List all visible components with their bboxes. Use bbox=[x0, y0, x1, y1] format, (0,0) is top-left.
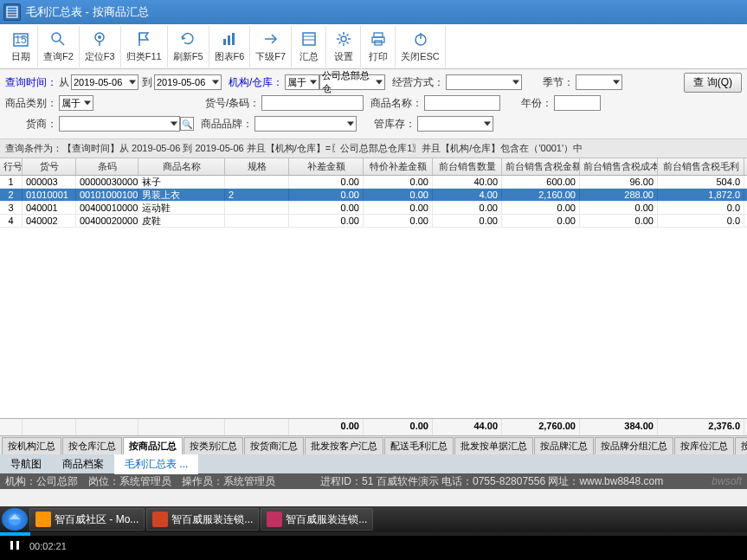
refresh-button[interactable]: 刷新F5 bbox=[168, 26, 209, 68]
taskbar-firefox[interactable]: 智百威社区 - Mo... bbox=[29, 508, 145, 531]
cell: 040001 bbox=[23, 202, 76, 214]
col-header[interactable]: 补差金额 bbox=[289, 158, 364, 175]
org-op-select[interactable]: 属于 bbox=[285, 74, 319, 90]
col-header[interactable]: 规格 bbox=[225, 158, 289, 175]
nav-tab[interactable]: 商品档案 bbox=[52, 454, 114, 474]
locate-button[interactable]: 定位F3 bbox=[80, 26, 121, 68]
window-titlebar: 毛利汇总表 - 按商品汇总 bbox=[0, 0, 747, 24]
search-icon bbox=[48, 29, 68, 48]
prodname-input[interactable] bbox=[424, 95, 500, 111]
list-icon bbox=[299, 29, 319, 48]
date-button[interactable]: 15日期 bbox=[3, 26, 38, 68]
toolbar-label: 归类F11 bbox=[126, 50, 162, 63]
date-to-input[interactable]: 2019-05-06 bbox=[154, 74, 222, 90]
cell: 040002 bbox=[23, 215, 76, 227]
col-header[interactable]: 前台销售数量 bbox=[433, 158, 502, 175]
col-header[interactable]: 前台销售含税成本 bbox=[580, 158, 658, 175]
summary-button[interactable]: 汇总 bbox=[292, 26, 326, 68]
cell: 0.00 bbox=[364, 176, 433, 188]
video-progress-track[interactable] bbox=[0, 532, 747, 536]
toolbar-label: 图表F6 bbox=[215, 50, 245, 63]
summary-tab[interactable]: 按日期汇总 bbox=[735, 437, 747, 454]
svg-rect-21 bbox=[374, 33, 383, 37]
summary-tab[interactable]: 批发按客户汇总 bbox=[305, 437, 383, 454]
table-row[interactable]: 30400010040001000005运动鞋0.000.000.000.000… bbox=[0, 202, 747, 215]
summary-tab[interactable]: 批发按单据汇总 bbox=[454, 437, 533, 454]
date-from-input[interactable]: 2019-05-06 bbox=[71, 74, 138, 90]
summary-tab[interactable]: 按机构汇总 bbox=[2, 437, 61, 454]
pause-icon[interactable] bbox=[9, 539, 21, 554]
svg-rect-17 bbox=[303, 33, 315, 45]
classify-button[interactable]: 归类F11 bbox=[121, 26, 168, 68]
label-stock: 管库存： bbox=[374, 117, 415, 132]
powerpoint-icon bbox=[152, 512, 168, 527]
col-header[interactable]: 条码 bbox=[76, 158, 138, 175]
vendor-search-icon[interactable]: 🔍 bbox=[180, 117, 194, 131]
nav-tab[interactable]: 导航图 bbox=[0, 454, 52, 474]
org-select[interactable]: 公司总部总仓 bbox=[319, 74, 385, 90]
col-header[interactable]: 行号 bbox=[0, 158, 23, 175]
brand-select[interactable] bbox=[254, 116, 357, 132]
grid-header: 行号货号条码商品名称规格补差金额特价补差金额前台销售数量前台销售含税金额前台销售… bbox=[0, 158, 747, 176]
chart-button[interactable]: 图表F6 bbox=[209, 26, 251, 68]
next-button[interactable]: 下级F7 bbox=[250, 26, 292, 68]
cell: 运动鞋 bbox=[138, 202, 225, 214]
year-input[interactable] bbox=[554, 95, 601, 111]
summary-tab[interactable]: 配送毛利汇总 bbox=[384, 437, 454, 454]
start-button[interactable] bbox=[2, 508, 28, 531]
col-header[interactable]: 商品名称 bbox=[138, 158, 225, 175]
grid-body: 10000030000003000007袜子0.000.0040.00600.0… bbox=[0, 176, 747, 228]
nav-tab[interactable]: 毛利汇总表 ... bbox=[114, 454, 198, 474]
cell: 01010001 bbox=[23, 189, 76, 201]
table-row[interactable]: 2010100010010100010007男装上衣20.000.004.002… bbox=[0, 189, 747, 202]
data-grid: 行号货号条码商品名称规格补差金额特价补差金额前台销售数量前台销售含税金额前台销售… bbox=[0, 158, 747, 435]
settings-button[interactable]: 设置 bbox=[326, 26, 361, 68]
season-select[interactable] bbox=[576, 74, 622, 90]
cell: 0.0 bbox=[658, 202, 744, 214]
cell: 2 bbox=[0, 189, 23, 201]
vendor-select[interactable] bbox=[59, 116, 180, 132]
cell: 0.00 bbox=[364, 215, 433, 227]
cat-op-select[interactable]: 属于 bbox=[59, 95, 93, 111]
grid-totals: 0.000.0044.002,760.00384.002,376.0 bbox=[0, 418, 747, 435]
summary-tab[interactable]: 按库位汇总 bbox=[674, 437, 734, 454]
svg-rect-14 bbox=[228, 35, 230, 45]
run-query-button[interactable]: 查 询(Q) bbox=[684, 73, 742, 93]
chart-icon bbox=[220, 29, 239, 48]
query-button[interactable]: 查询F2 bbox=[38, 26, 80, 68]
table-row[interactable]: 40400020040002000004皮鞋0.000.000.000.000.… bbox=[0, 215, 747, 228]
total-cell: 2,376.0 bbox=[658, 419, 744, 435]
summary-tab[interactable]: 按品牌汇总 bbox=[534, 437, 594, 454]
status-org: 机构：公司总部 bbox=[5, 474, 78, 489]
col-header[interactable]: 货号 bbox=[23, 158, 76, 175]
label-to: 到 bbox=[142, 75, 152, 90]
taskbar-ppt-label: 智百威服装连锁... bbox=[171, 512, 253, 527]
col-header[interactable]: 前台销售含税毛利 bbox=[658, 158, 744, 175]
code-input[interactable] bbox=[261, 95, 364, 111]
close-button[interactable]: 关闭ESC bbox=[396, 26, 446, 68]
summary-tab[interactable]: 按类别汇总 bbox=[184, 437, 243, 454]
mode-select[interactable] bbox=[446, 74, 522, 90]
cell: 0.00 bbox=[289, 215, 364, 227]
label-mode: 经营方式： bbox=[392, 75, 444, 90]
col-header[interactable]: 前台销售含税金额 bbox=[502, 158, 580, 175]
total-cell bbox=[23, 419, 76, 435]
table-row[interactable]: 10000030000003000007袜子0.000.0040.00600.0… bbox=[0, 176, 747, 189]
cell: 504.0 bbox=[658, 176, 744, 188]
col-header[interactable]: 特价补差金额 bbox=[364, 158, 433, 175]
summary-tab[interactable]: 按商品汇总 bbox=[123, 437, 183, 454]
svg-rect-15 bbox=[232, 33, 235, 45]
cell: 4.00 bbox=[433, 189, 502, 201]
stock-select[interactable] bbox=[417, 116, 493, 132]
print-button[interactable]: 打印 bbox=[361, 26, 396, 68]
taskbar-powerpoint[interactable]: 智百威服装连锁... bbox=[146, 508, 259, 531]
label-from: 从 bbox=[59, 75, 69, 90]
status-operator: 操作员：系统管理员 bbox=[182, 474, 275, 489]
taskbar-app[interactable]: 智百威服装连锁... bbox=[261, 508, 373, 531]
summary-tab[interactable]: 按货商汇总 bbox=[244, 437, 304, 454]
cell: 600.00 bbox=[502, 176, 580, 188]
summary-tab[interactable]: 按品牌分组汇总 bbox=[595, 437, 673, 454]
refresh-icon bbox=[178, 29, 197, 48]
printer-icon bbox=[369, 29, 388, 48]
summary-tab[interactable]: 按仓库汇总 bbox=[62, 437, 122, 454]
